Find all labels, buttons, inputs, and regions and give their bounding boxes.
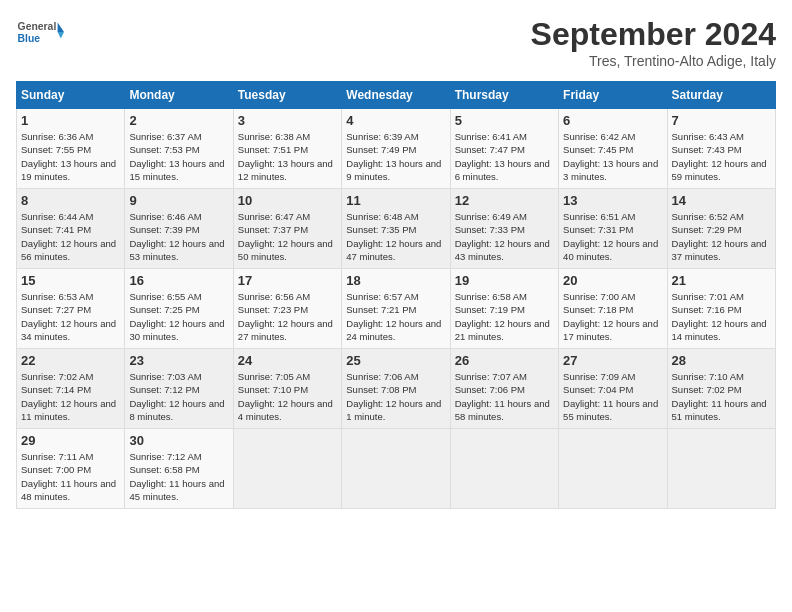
day-info: Sunrise: 6:42 AMSunset: 7:45 PMDaylight:… xyxy=(563,131,658,182)
calendar-cell xyxy=(559,429,667,509)
calendar-cell: 12 Sunrise: 6:49 AMSunset: 7:33 PMDaylig… xyxy=(450,189,558,269)
day-number: 7 xyxy=(672,113,771,128)
day-info: Sunrise: 6:51 AMSunset: 7:31 PMDaylight:… xyxy=(563,211,658,262)
calendar-cell: 30 Sunrise: 7:12 AMSunset: 6:58 PMDaylig… xyxy=(125,429,233,509)
logo-icon: General Blue xyxy=(16,16,64,48)
page-header: General Blue September 2024 Tres, Trenti… xyxy=(16,16,776,69)
svg-marker-3 xyxy=(58,32,64,38)
day-info: Sunrise: 6:41 AMSunset: 7:47 PMDaylight:… xyxy=(455,131,550,182)
day-info: Sunrise: 6:37 AMSunset: 7:53 PMDaylight:… xyxy=(129,131,224,182)
day-number: 22 xyxy=(21,353,120,368)
header-monday: Monday xyxy=(125,82,233,109)
calendar-cell: 25 Sunrise: 7:06 AMSunset: 7:08 PMDaylig… xyxy=(342,349,450,429)
calendar-cell: 21 Sunrise: 7:01 AMSunset: 7:16 PMDaylig… xyxy=(667,269,775,349)
calendar-cell: 16 Sunrise: 6:55 AMSunset: 7:25 PMDaylig… xyxy=(125,269,233,349)
header-tuesday: Tuesday xyxy=(233,82,341,109)
calendar-cell: 10 Sunrise: 6:47 AMSunset: 7:37 PMDaylig… xyxy=(233,189,341,269)
day-number: 21 xyxy=(672,273,771,288)
svg-text:General: General xyxy=(18,21,57,32)
calendar-table: SundayMondayTuesdayWednesdayThursdayFrid… xyxy=(16,81,776,509)
day-info: Sunrise: 7:07 AMSunset: 7:06 PMDaylight:… xyxy=(455,371,550,422)
day-number: 9 xyxy=(129,193,228,208)
header-wednesday: Wednesday xyxy=(342,82,450,109)
day-number: 28 xyxy=(672,353,771,368)
day-number: 20 xyxy=(563,273,662,288)
day-number: 23 xyxy=(129,353,228,368)
calendar-cell: 2 Sunrise: 6:37 AMSunset: 7:53 PMDayligh… xyxy=(125,109,233,189)
day-info: Sunrise: 7:01 AMSunset: 7:16 PMDaylight:… xyxy=(672,291,767,342)
calendar-cell: 4 Sunrise: 6:39 AMSunset: 7:49 PMDayligh… xyxy=(342,109,450,189)
day-number: 15 xyxy=(21,273,120,288)
day-number: 17 xyxy=(238,273,337,288)
day-number: 29 xyxy=(21,433,120,448)
svg-marker-2 xyxy=(58,22,64,32)
day-number: 5 xyxy=(455,113,554,128)
calendar-cell: 19 Sunrise: 6:58 AMSunset: 7:19 PMDaylig… xyxy=(450,269,558,349)
calendar-cell xyxy=(233,429,341,509)
calendar-cell: 26 Sunrise: 7:07 AMSunset: 7:06 PMDaylig… xyxy=(450,349,558,429)
day-info: Sunrise: 7:06 AMSunset: 7:08 PMDaylight:… xyxy=(346,371,441,422)
day-number: 18 xyxy=(346,273,445,288)
day-number: 24 xyxy=(238,353,337,368)
day-number: 8 xyxy=(21,193,120,208)
day-number: 10 xyxy=(238,193,337,208)
day-info: Sunrise: 6:39 AMSunset: 7:49 PMDaylight:… xyxy=(346,131,441,182)
day-info: Sunrise: 7:03 AMSunset: 7:12 PMDaylight:… xyxy=(129,371,224,422)
calendar-cell: 13 Sunrise: 6:51 AMSunset: 7:31 PMDaylig… xyxy=(559,189,667,269)
day-number: 12 xyxy=(455,193,554,208)
calendar-cell: 7 Sunrise: 6:43 AMSunset: 7:43 PMDayligh… xyxy=(667,109,775,189)
calendar-cell xyxy=(667,429,775,509)
day-info: Sunrise: 6:38 AMSunset: 7:51 PMDaylight:… xyxy=(238,131,333,182)
day-info: Sunrise: 6:56 AMSunset: 7:23 PMDaylight:… xyxy=(238,291,333,342)
calendar-cell: 29 Sunrise: 7:11 AMSunset: 7:00 PMDaylig… xyxy=(17,429,125,509)
day-info: Sunrise: 6:52 AMSunset: 7:29 PMDaylight:… xyxy=(672,211,767,262)
calendar-cell: 3 Sunrise: 6:38 AMSunset: 7:51 PMDayligh… xyxy=(233,109,341,189)
day-number: 19 xyxy=(455,273,554,288)
day-info: Sunrise: 6:58 AMSunset: 7:19 PMDaylight:… xyxy=(455,291,550,342)
calendar-cell: 24 Sunrise: 7:05 AMSunset: 7:10 PMDaylig… xyxy=(233,349,341,429)
calendar-header-row: SundayMondayTuesdayWednesdayThursdayFrid… xyxy=(17,82,776,109)
day-number: 27 xyxy=(563,353,662,368)
day-info: Sunrise: 6:48 AMSunset: 7:35 PMDaylight:… xyxy=(346,211,441,262)
day-number: 14 xyxy=(672,193,771,208)
logo: General Blue xyxy=(16,16,64,48)
calendar-cell: 28 Sunrise: 7:10 AMSunset: 7:02 PMDaylig… xyxy=(667,349,775,429)
day-number: 30 xyxy=(129,433,228,448)
month-title: September 2024 xyxy=(531,16,776,53)
calendar-cell: 9 Sunrise: 6:46 AMSunset: 7:39 PMDayligh… xyxy=(125,189,233,269)
calendar-cell: 5 Sunrise: 6:41 AMSunset: 7:47 PMDayligh… xyxy=(450,109,558,189)
calendar-cell xyxy=(450,429,558,509)
calendar-cell: 23 Sunrise: 7:03 AMSunset: 7:12 PMDaylig… xyxy=(125,349,233,429)
day-info: Sunrise: 6:43 AMSunset: 7:43 PMDaylight:… xyxy=(672,131,767,182)
day-info: Sunrise: 6:36 AMSunset: 7:55 PMDaylight:… xyxy=(21,131,116,182)
calendar-cell: 18 Sunrise: 6:57 AMSunset: 7:21 PMDaylig… xyxy=(342,269,450,349)
calendar-cell: 17 Sunrise: 6:56 AMSunset: 7:23 PMDaylig… xyxy=(233,269,341,349)
day-number: 1 xyxy=(21,113,120,128)
header-friday: Friday xyxy=(559,82,667,109)
day-info: Sunrise: 6:44 AMSunset: 7:41 PMDaylight:… xyxy=(21,211,116,262)
calendar-body: 1 Sunrise: 6:36 AMSunset: 7:55 PMDayligh… xyxy=(17,109,776,509)
day-number: 6 xyxy=(563,113,662,128)
day-number: 3 xyxy=(238,113,337,128)
calendar-week-3: 15 Sunrise: 6:53 AMSunset: 7:27 PMDaylig… xyxy=(17,269,776,349)
calendar-week-1: 1 Sunrise: 6:36 AMSunset: 7:55 PMDayligh… xyxy=(17,109,776,189)
day-number: 26 xyxy=(455,353,554,368)
day-number: 2 xyxy=(129,113,228,128)
calendar-cell: 27 Sunrise: 7:09 AMSunset: 7:04 PMDaylig… xyxy=(559,349,667,429)
header-thursday: Thursday xyxy=(450,82,558,109)
calendar-week-4: 22 Sunrise: 7:02 AMSunset: 7:14 PMDaylig… xyxy=(17,349,776,429)
calendar-cell: 6 Sunrise: 6:42 AMSunset: 7:45 PMDayligh… xyxy=(559,109,667,189)
location-subtitle: Tres, Trentino-Alto Adige, Italy xyxy=(531,53,776,69)
day-number: 25 xyxy=(346,353,445,368)
calendar-cell: 11 Sunrise: 6:48 AMSunset: 7:35 PMDaylig… xyxy=(342,189,450,269)
calendar-cell: 1 Sunrise: 6:36 AMSunset: 7:55 PMDayligh… xyxy=(17,109,125,189)
calendar-cell: 22 Sunrise: 7:02 AMSunset: 7:14 PMDaylig… xyxy=(17,349,125,429)
day-info: Sunrise: 6:57 AMSunset: 7:21 PMDaylight:… xyxy=(346,291,441,342)
day-number: 4 xyxy=(346,113,445,128)
calendar-cell xyxy=(342,429,450,509)
calendar-cell: 8 Sunrise: 6:44 AMSunset: 7:41 PMDayligh… xyxy=(17,189,125,269)
header-saturday: Saturday xyxy=(667,82,775,109)
day-info: Sunrise: 6:46 AMSunset: 7:39 PMDaylight:… xyxy=(129,211,224,262)
day-info: Sunrise: 7:09 AMSunset: 7:04 PMDaylight:… xyxy=(563,371,658,422)
calendar-week-5: 29 Sunrise: 7:11 AMSunset: 7:00 PMDaylig… xyxy=(17,429,776,509)
